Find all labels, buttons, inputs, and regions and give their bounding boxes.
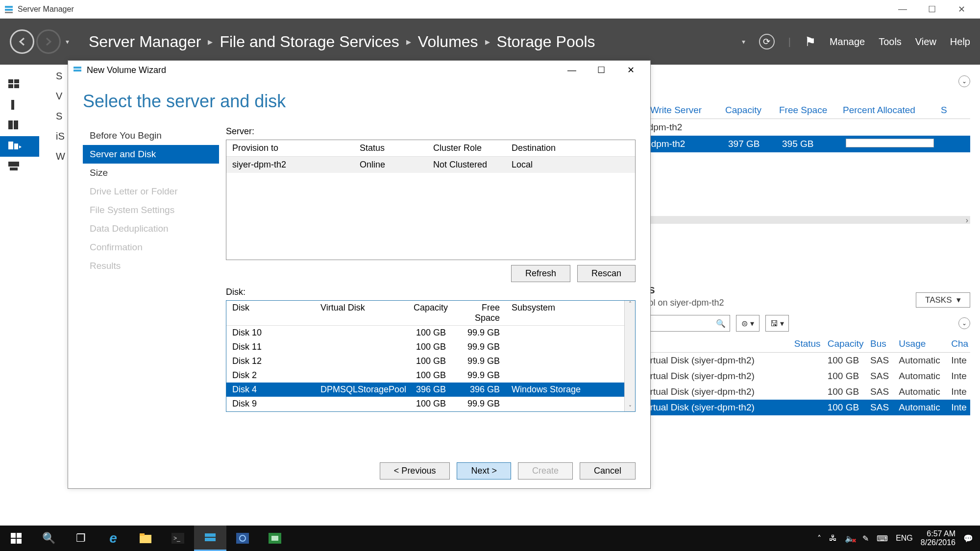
start-button[interactable] — [0, 526, 32, 551]
breadcrumb-item[interactable]: Volumes — [418, 33, 478, 51]
wizard-step[interactable]: Before You Begin — [83, 126, 219, 145]
filter-dropdown[interactable]: ⊜ ▾ — [736, 315, 760, 332]
sidebar-item-dashboard[interactable] — [0, 74, 39, 95]
menu-tools[interactable]: Tools — [879, 36, 902, 48]
virtual-disk-row[interactable]: Virtual Disk (siyer-dpm-th2)100 GBSASAut… — [642, 384, 970, 400]
col-header[interactable]: Provision to — [226, 140, 354, 156]
col-header[interactable]: e — [642, 338, 794, 349]
virtual-disk-row[interactable]: Virtual Disk (siyer-dpm-th2)100 GBSASAut… — [642, 368, 970, 384]
tray-overflow-icon[interactable]: ˄ — [817, 534, 821, 543]
menu-help[interactable]: Help — [950, 36, 970, 48]
maximize-button[interactable]: ☐ — [917, 0, 947, 19]
taskbar-app-icon[interactable] — [259, 526, 291, 551]
back-button[interactable] — [10, 29, 34, 54]
taskbar-explorer-icon[interactable] — [129, 526, 162, 551]
breadcrumb-item[interactable]: Storage Pools — [497, 33, 595, 51]
search-button[interactable]: 🔍 — [32, 526, 65, 551]
disk-row[interactable]: Disk 12100 GB99.9 GB — [226, 354, 624, 368]
refresh-button[interactable]: Refresh — [511, 265, 570, 282]
cancel-button[interactable]: Cancel — [580, 462, 636, 479]
disk-row[interactable]: Disk 11100 GB99.9 GB — [226, 340, 624, 354]
minimize-button[interactable]: — — [888, 0, 917, 19]
sidebar-item-other[interactable] — [0, 157, 39, 177]
window-titlebar: Server Manager — ☐ ✕ — [0, 0, 980, 19]
storage-pool-row[interactable]: r-dpm-th2 397 GB 395 GB — [642, 136, 970, 152]
disk-row[interactable]: Disk 2100 GB99.9 GB — [226, 368, 624, 383]
keyboard-icon[interactable]: ⌨ — [877, 534, 888, 543]
col-header[interactable]: Capacity — [828, 338, 870, 349]
breadcrumb-item[interactable]: File and Storage Services — [220, 33, 399, 51]
search-input[interactable]: 🔍 — [642, 315, 730, 332]
taskbar-app-icon[interactable] — [226, 526, 259, 551]
virtual-disk-row[interactable]: Virtual Disk (siyer-dpm-th2)100 GBSASAut… — [642, 400, 970, 415]
group-dropdown[interactable]: 🖫 ▾ — [765, 315, 789, 332]
close-button[interactable]: ✕ — [947, 0, 976, 19]
taskbar-server-manager-icon[interactable] — [194, 526, 226, 551]
col-header[interactable]: Status — [794, 338, 828, 349]
forward-button[interactable] — [36, 29, 61, 54]
sidebar-item-local-server[interactable] — [0, 95, 39, 116]
col-header[interactable]: Cluster Role — [427, 140, 506, 156]
header-dropdown-icon[interactable]: ▾ — [742, 38, 745, 46]
collapse-icon[interactable]: ⌄ — [958, 317, 970, 329]
col-header[interactable]: Status — [354, 140, 427, 156]
wizard-step[interactable]: Size — [83, 164, 219, 182]
col-header[interactable]: Percent Allocated — [843, 105, 931, 116]
svg-rect-17 — [17, 533, 22, 538]
wizard-heading: Select the server and disk — [68, 79, 650, 126]
tasks-dropdown[interactable]: TASKS ▾ — [916, 292, 970, 308]
col-header[interactable]: d-Write Server — [642, 105, 715, 116]
breadcrumb-item[interactable]: Server Manager — [89, 33, 201, 51]
refresh-icon[interactable]: ⟳ — [759, 34, 775, 49]
wizard-close-button[interactable]: ✕ — [616, 61, 645, 79]
create-button[interactable]: Create — [518, 462, 573, 479]
wizard-step: Data Deduplication — [83, 219, 219, 238]
disk-row[interactable]: Disk 4DPMSQLStoragePool396 GB396 GBWindo… — [226, 383, 624, 397]
svg-rect-0 — [5, 6, 13, 8]
disks-section-subtitle: 'ool on siyer-dpm-th2 — [642, 298, 724, 308]
col-header[interactable]: Disk — [226, 301, 315, 325]
taskbar-ie-icon[interactable]: e — [97, 526, 129, 551]
network-icon[interactable]: 🖧 — [829, 534, 837, 543]
col-header[interactable]: S — [941, 105, 947, 116]
nav-history-dropdown[interactable]: ▾ — [66, 38, 69, 46]
col-header[interactable]: Capacity — [408, 301, 452, 325]
disk-table-scrollbar[interactable]: ˄˅ — [624, 301, 635, 411]
col-header[interactable]: Free Space — [452, 301, 506, 325]
svg-rect-14 — [74, 67, 81, 69]
rescan-button[interactable]: Rescan — [577, 265, 636, 282]
collapse-icon[interactable]: ⌄ — [958, 75, 970, 87]
previous-button[interactable]: < Previous — [380, 462, 450, 479]
header-bar: ▾ Server Manager▸ File and Storage Servi… — [0, 19, 980, 65]
col-header[interactable]: Usage — [899, 338, 951, 349]
horizontal-scrollbar[interactable]: › — [642, 216, 970, 224]
wizard-step[interactable]: Server and Disk — [83, 145, 219, 164]
action-center-icon[interactable]: 💬 — [963, 534, 973, 543]
language-indicator[interactable]: ENG — [896, 534, 913, 543]
disk-row[interactable]: Disk 10100 GB99.9 GB — [226, 326, 624, 340]
col-header[interactable]: Free Space — [779, 105, 833, 116]
bg-label: S — [56, 111, 65, 122]
col-header[interactable]: Capacity — [725, 105, 769, 116]
menu-manage[interactable]: Manage — [830, 36, 865, 48]
notifications-flag-icon[interactable]: ⚑ — [805, 34, 816, 49]
wizard-maximize-button[interactable]: ☐ — [587, 61, 616, 79]
virtual-disk-row[interactable]: Virtual Disk (siyer-dpm-th2)100 GBSASAut… — [642, 353, 970, 368]
col-header[interactable]: Bus — [870, 338, 899, 349]
volume-icon[interactable]: 🔈✖ — [845, 534, 855, 543]
taskbar-cmd-icon[interactable]: >_ — [162, 526, 194, 551]
col-header[interactable]: Cha — [951, 338, 970, 349]
col-header[interactable]: Subsystem — [506, 301, 594, 325]
next-button[interactable]: Next > — [457, 462, 511, 479]
col-header[interactable]: Virtual Disk — [315, 301, 408, 325]
disk-row[interactable]: Disk 9100 GB99.9 GB — [226, 397, 624, 411]
menu-view[interactable]: View — [915, 36, 936, 48]
pen-input-icon[interactable]: ✎ — [862, 534, 869, 543]
clock[interactable]: 6:57 AM 8/26/2016 — [921, 529, 956, 547]
task-view-button[interactable]: ❐ — [65, 526, 97, 551]
server-row[interactable]: siyer-dpm-th2 Online Not Clustered Local — [226, 157, 635, 173]
col-header[interactable]: Destination — [506, 140, 584, 156]
sidebar-item-all-servers[interactable] — [0, 116, 39, 136]
wizard-minimize-button[interactable]: — — [557, 61, 587, 79]
sidebar-item-file-storage[interactable] — [0, 136, 39, 157]
